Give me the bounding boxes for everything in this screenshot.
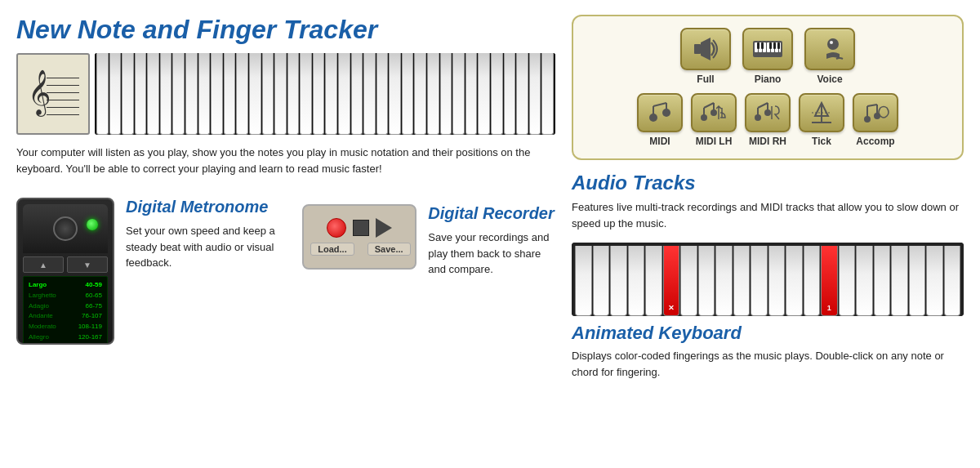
track-midi-button[interactable] <box>637 93 683 132</box>
left-column: New Note and Finger Tracker <box>16 15 555 460</box>
track-midi-lh-button[interactable] <box>691 93 737 132</box>
tempo-range: 166-180 <box>78 343 102 345</box>
wkey <box>891 246 908 316</box>
animated-keyboard-description: Displays color-coded fingerings as the m… <box>572 348 964 380</box>
voice-icon <box>815 36 844 62</box>
tempo-row-larghetto: Larghetto 60-65 <box>29 291 102 301</box>
tempo-row-andante: Andante 76-107 <box>29 311 102 322</box>
tempo-name: Presto <box>29 343 47 345</box>
metronome-section: ▲ ▼ Largo 40-59 Larghetto 60-65 <box>16 198 286 345</box>
wkey-highlighted-2: 1 <box>821 246 838 316</box>
large-piano-display: .bk { position: absolute; background: #1… <box>95 53 555 135</box>
sheet-music-thumbnail <box>16 53 90 135</box>
tempo-range: 120-167 <box>78 332 102 343</box>
tempo-row-adagio: Adagio 66-75 <box>29 301 102 312</box>
metronome-arrows: ▲ ▼ <box>23 256 108 273</box>
track-full-button[interactable] <box>680 28 731 70</box>
track-voice-label: Voice <box>817 74 842 85</box>
page-title: New Note and Finger Tracker <box>16 15 555 45</box>
wkey <box>856 246 873 316</box>
track-midi-label: MIDI <box>649 136 670 147</box>
track-midi-rh-label: MIDI RH <box>749 136 786 147</box>
load-button[interactable]: Load... <box>310 243 354 256</box>
tempo-name: Allegro <box>29 332 49 343</box>
metronome-image: ▲ ▼ Largo 40-59 Larghetto 60-65 <box>16 198 114 345</box>
track-midi-rh-group: MIDI RH <box>745 93 791 147</box>
play-button[interactable] <box>376 218 392 238</box>
track-accomp-label: Accomp <box>856 136 894 147</box>
tempo-row-allegro: Allegro 120-167 <box>29 332 102 343</box>
wkey <box>839 246 856 316</box>
main-description: Your computer will listen as you play, s… <box>16 145 555 176</box>
record-button[interactable] <box>327 218 346 238</box>
arrow-down-button[interactable]: ▼ <box>67 256 108 273</box>
recorder-text: Digital Recorder Save your recordings an… <box>428 204 555 278</box>
wkey <box>733 246 751 316</box>
track-accomp-group: Accomp <box>853 93 898 147</box>
wkey <box>593 246 610 316</box>
svg-point-15 <box>827 38 839 50</box>
piano-icon <box>751 36 784 62</box>
tick-icon <box>808 101 835 124</box>
recorder-title: Digital Recorder <box>428 204 555 223</box>
stop-button[interactable] <box>353 220 369 236</box>
keyboard-image: .bk { position: absolute; background: #1… <box>95 53 555 135</box>
tempo-name: Largo <box>29 280 47 291</box>
wkey <box>645 246 662 316</box>
track-accomp-button[interactable] <box>853 93 898 132</box>
right-column: Full <box>572 15 964 460</box>
arrow-up-button[interactable]: ▲ <box>23 256 64 273</box>
tempo-row-presto: Presto 166-180 <box>29 343 102 345</box>
save-button[interactable]: Save... <box>368 243 411 256</box>
recorder-section: Load... Save... Digital Recorder Save yo… <box>302 204 555 278</box>
svg-line-21 <box>653 103 666 106</box>
main-container: New Note and Finger Tracker <box>0 0 980 468</box>
wkey <box>944 246 961 316</box>
wkey <box>751 246 768 316</box>
tempo-range: 60-65 <box>86 291 102 301</box>
audio-tracks-title: Audio Tracks <box>572 172 964 194</box>
svg-rect-12 <box>769 42 772 49</box>
wkey <box>926 246 943 316</box>
track-buttons-row2: MIDI MIDI LH <box>586 93 949 147</box>
track-buttons-row1: Full <box>586 28 949 85</box>
wkey <box>575 246 592 316</box>
metronome-dial <box>53 216 78 241</box>
svg-rect-0 <box>694 44 701 54</box>
track-tick-button[interactable] <box>799 93 844 132</box>
metronome-title: Digital Metronome <box>126 198 286 216</box>
tempo-name: Larghetto <box>29 291 56 301</box>
midi-icon <box>647 101 673 124</box>
midi-rh-icon <box>753 101 782 124</box>
wkey <box>715 246 733 316</box>
svg-marker-1 <box>701 38 710 60</box>
recorder-description: Save your recordings and play them back … <box>428 230 555 278</box>
wkey <box>909 246 926 316</box>
speaker-icon <box>691 36 720 62</box>
animated-keyboard-image: ✕ 1 <box>572 243 964 316</box>
tempo-range: 40-59 <box>86 280 102 291</box>
track-piano-group: Piano <box>742 28 793 85</box>
track-piano-label: Piano <box>755 74 782 85</box>
wkey <box>804 246 821 316</box>
track-midi-group: MIDI <box>637 93 683 147</box>
track-midi-rh-button[interactable] <box>745 93 791 132</box>
metronome-top <box>23 204 108 253</box>
tempo-row-largo: Largo 40-59 <box>29 280 102 291</box>
recorder-labels: Load... Save... <box>310 243 408 256</box>
keyboard-section: .bk { position: absolute; background: #1… <box>16 53 555 135</box>
wkey-highlighted: ✕ <box>663 246 680 316</box>
wkey <box>768 246 786 316</box>
tempo-name: Moderato <box>29 322 56 332</box>
tempo-row-moderato: Moderato 108-119 <box>29 322 102 332</box>
green-dot-indicator <box>87 219 98 230</box>
midi-lh-icon <box>699 101 728 124</box>
track-midi-lh-label: MIDI LH <box>696 136 733 147</box>
metronome-description: Set your own speed and keep a steady bea… <box>126 223 286 271</box>
tempo-name: Andante <box>29 311 53 322</box>
track-full-group: Full <box>680 28 731 85</box>
bpm-display: Largo 40-59 Larghetto 60-65 Adagio 66-75 <box>23 276 108 345</box>
track-tick-label: Tick <box>812 136 831 147</box>
track-piano-button[interactable] <box>742 28 793 70</box>
track-voice-button[interactable] <box>804 28 855 70</box>
